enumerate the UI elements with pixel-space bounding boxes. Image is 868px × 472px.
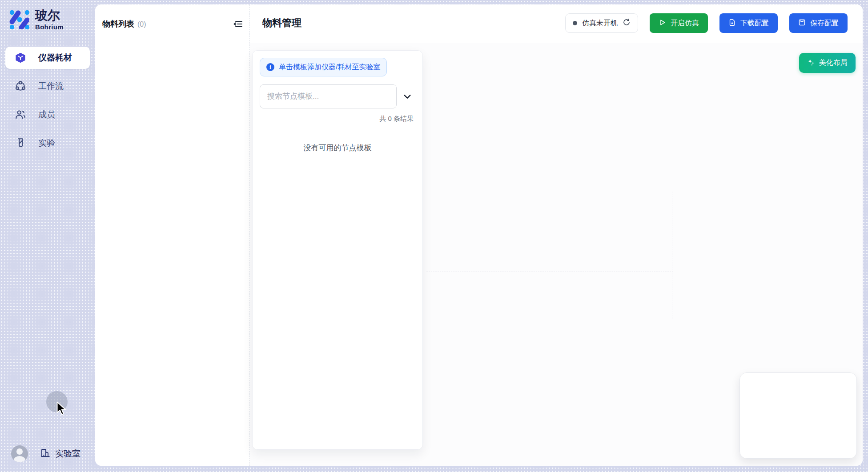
main-region: 物料管理 仿真未开机 (250, 4, 863, 466)
sidebar-item-label: 工作流 (38, 80, 64, 92)
mouse-cursor (56, 401, 67, 416)
workflow-icon (15, 80, 26, 92)
experiment-icon (15, 137, 26, 149)
result-count: 共 0 条结果 (260, 115, 415, 123)
brand-name-zh: 玻尔 (35, 8, 64, 23)
refresh-icon[interactable] (623, 18, 631, 28)
materials-list-panel: 物料列表(0) (95, 4, 249, 466)
file-download-icon (728, 19, 736, 28)
brand-logo: 玻尔 Bohrium (0, 0, 95, 31)
sidebar-menu: 仪器耗材 工作流 成员 (0, 47, 95, 154)
lab-label: 实验室 (55, 448, 80, 460)
download-config-button[interactable]: 下载配置 (719, 13, 778, 33)
user-avatar[interactable] (11, 445, 28, 462)
sidebar-item-label: 实验 (38, 137, 55, 149)
beautify-layout-button[interactable]: 美化布局 (799, 53, 856, 73)
info-banner: i 单击模板添加仪器/耗材至实验室 (260, 58, 387, 76)
simulation-status-label: 仿真未开机 (582, 19, 618, 28)
sidebar-item-workflow[interactable]: 工作流 (5, 75, 90, 97)
start-simulation-button[interactable]: 开启仿真 (650, 13, 708, 33)
members-icon (15, 109, 26, 120)
sidebar-item-label: 成员 (38, 109, 55, 120)
bohrium-logo-icon (6, 6, 29, 29)
lab-switcher[interactable]: 实验室 (40, 448, 80, 460)
save-config-button[interactable]: 保存配置 (789, 13, 848, 33)
materials-count: (0) (137, 20, 146, 28)
materials-list-title: 物料列表(0) (102, 19, 146, 29)
building-icon (40, 448, 51, 460)
sidebar-item-label: 仪器耗材 (38, 52, 72, 64)
info-icon: i (266, 63, 274, 71)
play-icon (659, 19, 666, 28)
brand-name-en: Bohrium (35, 23, 64, 31)
sidebar-item-instruments[interactable]: 仪器耗材 (5, 47, 90, 69)
info-banner-text: 单击模板添加仪器/耗材至实验室 (279, 63, 380, 72)
sidebar-item-members[interactable]: 成员 (5, 104, 90, 126)
minimap[interactable] (739, 372, 857, 459)
sidebar-item-experiment[interactable]: 实验 (5, 132, 90, 154)
empty-state-text: 没有可用的节点模板 (260, 143, 415, 153)
simulation-status-pill[interactable]: 仿真未开机 (565, 13, 638, 33)
save-icon (798, 19, 806, 28)
collapse-panel-icon[interactable] (233, 19, 243, 29)
canvas-grid-line (426, 272, 673, 272)
status-dot-icon (573, 21, 577, 25)
sparkles-icon (807, 58, 815, 68)
canvas-grid-line (672, 192, 672, 319)
layout-canvas[interactable]: i 单击模板添加仪器/耗材至实验室 共 0 条结果 没有可用的节点模板 (250, 43, 863, 466)
main-window: 物料列表(0) 物料管理 仿真未开机 (95, 4, 863, 466)
node-template-panel: i 单击模板添加仪器/耗材至实验室 共 0 条结果 没有可用的节点模板 (252, 50, 423, 450)
search-input[interactable] (260, 84, 397, 108)
main-header: 物料管理 仿真未开机 (250, 4, 863, 42)
cube-icon (15, 52, 26, 64)
page-title: 物料管理 (262, 16, 301, 30)
sidebar-footer: 实验室 (11, 445, 80, 462)
chevron-down-icon[interactable] (402, 92, 412, 101)
